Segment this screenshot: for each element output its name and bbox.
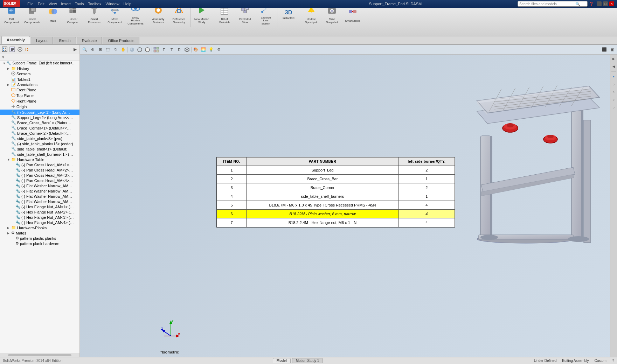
tree-flat-washer-2[interactable]: 🔩 (-) Flat Washer Narrow_AM<2> (B18.22M.…: [0, 188, 79, 194]
tree-hardware-table[interactable]: ▼ 📁 Hardware-Table: [0, 157, 79, 162]
menu-window[interactable]: Window: [104, 2, 120, 6]
isometric-view-button[interactable]: [183, 46, 190, 53]
search-bar[interactable]: 🔍: [518, 1, 588, 7]
tab-evaluate[interactable]: Evaluate: [77, 37, 102, 44]
menu-file[interactable]: File: [26, 2, 35, 6]
status-tab-motion-study[interactable]: Motion Study 1: [292, 358, 323, 363]
split-viewport-button[interactable]: ▣: [609, 46, 616, 53]
tree-top-plane[interactable]: Top Plane: [0, 93, 79, 98]
tree-sensors[interactable]: Sensors: [0, 71, 79, 77]
top-view-button[interactable]: T: [168, 46, 175, 53]
new-motion-study-button[interactable]: New MotionStudy: [192, 8, 212, 27]
tree-pan-cross-head-4[interactable]: 🔩 (-) Pan Cross Head_AM<4> (B18.6.7M - N…: [0, 178, 79, 183]
view-selector[interactable]: [153, 46, 160, 53]
menu-tools[interactable]: Tools: [74, 2, 85, 6]
shaded-button[interactable]: [129, 46, 136, 53]
settings-button[interactable]: ⚙: [215, 46, 222, 53]
right-icon-5[interactable]: ○: [611, 89, 617, 95]
zoom-sheet-button[interactable]: ⬚: [104, 46, 111, 53]
close-button[interactable]: ✕: [609, 1, 614, 6]
tree-brace-cross-bar[interactable]: 🔧 Brace_Cross_Bar<1> (Plain<<Plain>_Disp…: [0, 120, 79, 125]
update-speedpak-button[interactable]: ⚡ UpdateSpeedpak: [301, 8, 321, 27]
take-snapshot-button[interactable]: TakeSnapshot: [322, 8, 342, 27]
sidebar-config-manager[interactable]: [16, 46, 24, 53]
edit-component-button[interactable]: ✏ EditComponent: [1, 8, 22, 27]
instant3d-button[interactable]: 3D Instant3D: [278, 8, 299, 27]
tree-support-leg-1[interactable]: 🔧 (f) Support_Leg<1> (Long Arm<<Long Arm…: [0, 110, 79, 115]
status-tab-model[interactable]: Model: [273, 358, 291, 363]
bill-of-materials-button[interactable]: Bill ofMaterials: [214, 8, 235, 27]
menu-edit[interactable]: Edit: [36, 2, 46, 6]
table-row[interactable]: 1Support_Leg2: [217, 166, 455, 175]
zoom-selection-button[interactable]: ⊞: [97, 46, 104, 53]
right-icon-3[interactable]: ●: [611, 74, 617, 79]
tree-pan-cross-head-2[interactable]: 🔩 (-) Pan Cross Head_AM<2> (B18.6.7M - N…: [0, 167, 79, 173]
minimize-button[interactable]: ─: [597, 1, 602, 6]
sidebar-property-manager[interactable]: [8, 46, 16, 53]
rotate-view-button[interactable]: ↻: [112, 46, 119, 53]
table-row[interactable]: 5B18.6.7M - M6 x 1.0 x 45 Type I Cross R…: [217, 201, 455, 210]
menu-help[interactable]: Help: [122, 2, 133, 6]
scene-button[interactable]: 🌅: [200, 46, 207, 53]
move-component-button[interactable]: MoveComponent: [105, 8, 125, 27]
maximize-viewport-button[interactable]: ⬛: [601, 46, 608, 53]
tree-hex-nut-2[interactable]: 🔩 (-) Hex Flange Nut_AM<2> (B18.2.2.4M -…: [0, 209, 79, 215]
table-row[interactable]: 7B18.2.2.4M - Hex flange nut, M6 x 1 --N…: [217, 218, 455, 227]
right-view-button[interactable]: R: [176, 46, 183, 53]
filter-icon[interactable]: ▼: [1, 55, 5, 59]
right-icon-2[interactable]: ◀: [611, 64, 617, 69]
tree-root[interactable]: ▼ 🔧 Support_Frame_End (left side burner<…: [0, 61, 79, 66]
sidebar-scrollbar[interactable]: [0, 353, 79, 357]
tab-sketch[interactable]: Sketch: [54, 37, 76, 44]
table-row[interactable]: 2Brace_Cross_Bar1: [217, 175, 455, 183]
tree-side-table-shelf[interactable]: 🔧 side_table_shelf<1> (Default): [0, 146, 79, 152]
table-row[interactable]: 3Brace_Corner2: [217, 183, 455, 192]
tab-assembly[interactable]: Assembly: [1, 36, 30, 44]
tree-side-table-shelf-burners[interactable]: 🔧 side_table_shelf_burners<1> (Left<Left…: [0, 152, 79, 157]
expand-icon[interactable]: ▶: [7, 231, 11, 235]
tree-right-plane[interactable]: Right Plane: [0, 98, 79, 104]
table-row[interactable]: 6B18.22M - Plain washer, 6 mm, narrow4: [217, 210, 455, 218]
tree-pattern-plastic[interactable]: ⚙ pattern plastic planks: [0, 236, 79, 241]
tree-brace-corner-2[interactable]: 🔧 Brace_Corner<2> (Default<<Default>_Dis…: [0, 131, 79, 136]
expand-icon[interactable]: ▼: [3, 62, 7, 65]
pan-button[interactable]: ✋: [120, 46, 127, 53]
table-row[interactable]: 4side_table_shelf_burners1: [217, 192, 455, 201]
expand-icon[interactable]: ▶: [7, 226, 11, 230]
menu-toolbox[interactable]: Toolbox: [87, 2, 103, 6]
right-icon-7[interactable]: ○: [611, 105, 617, 110]
tree-flat-washer-1[interactable]: 🔩 (-) Flat Washer Narrow_AM<1> (B18.22M.…: [0, 183, 79, 188]
tree-hex-nut-3[interactable]: 🔩 (-) Hex Flange Nut_AM<3> (B18.2.2.4M -…: [0, 215, 79, 220]
linear-component-button[interactable]: LinearCompon...: [63, 8, 84, 27]
wireframe-button[interactable]: [136, 46, 143, 53]
maximize-button[interactable]: □: [603, 1, 608, 6]
explode-line-button[interactable]: ExplodeLineSketch: [256, 8, 276, 27]
reference-geometry-button[interactable]: ReferenceGeometry: [169, 8, 189, 27]
menu-view[interactable]: View: [47, 2, 58, 6]
tree-side-table-plank-15[interactable]: 🔧 (-) side_table_plank<15> (cedar): [0, 141, 79, 146]
tree-side-table-plank-8[interactable]: 🔧 side_table_plank<8> (pvc): [0, 136, 79, 141]
assembly-features-button[interactable]: AssemblyFeatures: [148, 8, 168, 27]
tree-pattern-plank[interactable]: ⚙ pattern plank hardware: [0, 241, 79, 246]
smart-fasteners-button[interactable]: SmartFasteners: [84, 8, 104, 27]
right-icon-4[interactable]: ○: [611, 82, 617, 87]
tree-pan-cross-head-3[interactable]: 🔩 (-) Pan Cross Head_AM<3> (B18.6.7M - N…: [0, 173, 79, 178]
tree-support-leg-2[interactable]: 🔧 Support_Leg<2> (Long Arm<<Long Arm>...: [0, 115, 79, 120]
tab-office-products[interactable]: Office Products: [103, 37, 139, 44]
tree-annotations[interactable]: ▶ 📝 Annotations: [0, 82, 79, 87]
tree-front-plane[interactable]: Front Plane: [0, 87, 79, 93]
smartmates-button[interactable]: SmartMates: [342, 8, 363, 27]
tree-flat-washer-4[interactable]: 🔩 (-) Flat Washer Narrow_AM<4> (B18.22M.…: [0, 199, 79, 204]
tree-hex-nut-4[interactable]: 🔩 (-) Hex Flange Nut_AM<4> (B18.2.2.4M -…: [0, 220, 79, 225]
zoom-in-button[interactable]: 🔍: [81, 46, 88, 53]
expand-icon[interactable]: ▼: [7, 158, 11, 161]
right-icon-1[interactable]: ▶: [611, 56, 617, 62]
help-button[interactable]: ?: [612, 359, 614, 363]
sidebar-dim-expert[interactable]: D: [24, 46, 32, 53]
help-icon[interactable]: ❓: [589, 2, 594, 6]
tree-hardware-planks[interactable]: ▶ 📁 Hardware-Planks: [0, 225, 79, 230]
show-hidden-button[interactable]: ShowHiddenComponents: [125, 8, 146, 27]
expand-icon[interactable]: ▶: [7, 67, 11, 70]
tree-pan-cross-head-1[interactable]: 🔩 (-) Pan Cross Head_AM<1> (B18.6.7M - N…: [0, 162, 79, 167]
sidebar-expand[interactable]: ▶: [71, 46, 79, 53]
